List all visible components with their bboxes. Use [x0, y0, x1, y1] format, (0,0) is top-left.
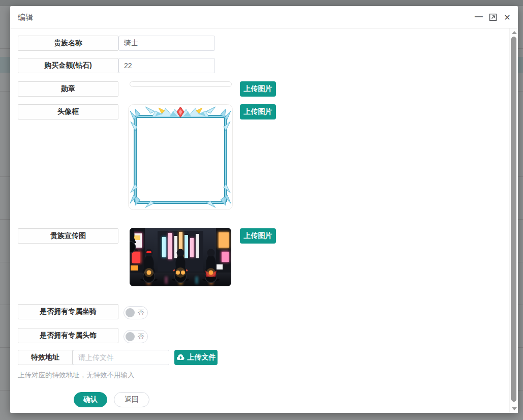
minimize-icon[interactable]: — [474, 13, 483, 22]
exclusive-mount-toggle[interactable]: 否 [124, 306, 148, 319]
effect-url-label: 特效地址 [18, 350, 73, 365]
dialog-title: 编辑 [18, 6, 33, 28]
scrollbar-thumb[interactable] [511, 37, 516, 402]
toggle-state-text: 否 [138, 331, 144, 343]
upload-file-button-label: 上传文件 [188, 353, 216, 362]
toggle-state-text: 否 [138, 307, 144, 319]
exclusive-headwear-toggle[interactable]: 否 [124, 330, 148, 343]
purchase-amount-label: 购买金额(钻石) [18, 58, 118, 73]
effect-url-input[interactable] [73, 350, 169, 365]
exclusive-mount-label: 是否拥有专属坐骑 [18, 304, 118, 319]
medal-label: 勋章 [18, 81, 118, 97]
noble-name-label: 贵族名称 [18, 36, 118, 51]
edit-dialog: 编辑 — ✕ 贵族名称 购买金额(钻石) 勋章 上传图片 头像框 [10, 6, 518, 413]
cloud-upload-icon [176, 354, 185, 361]
confirm-button[interactable]: 确认 [74, 392, 107, 407]
back-button[interactable]: 返回 [114, 392, 149, 407]
close-icon[interactable]: ✕ [503, 13, 512, 22]
scroll-down-icon[interactable] [512, 407, 517, 410]
promo-image-upload-button[interactable]: 上传图片 [240, 228, 276, 244]
avatar-frame-upload-button[interactable]: 上传图片 [240, 104, 276, 119]
noble-name-input[interactable] [118, 36, 215, 51]
toggle-knob [126, 332, 135, 341]
exclusive-headwear-label: 是否拥有专属头饰 [18, 328, 118, 343]
avatar-frame-label: 头像框 [18, 104, 118, 119]
medal-upload-button[interactable]: 上传图片 [240, 81, 276, 97]
effect-url-hint: 上传对应的特效地址，无特效不用输入 [18, 371, 135, 380]
effect-file-upload-button[interactable]: 上传文件 [174, 350, 218, 365]
dialog-header: 编辑 — ✕ [10, 6, 518, 28]
toggle-knob [126, 308, 135, 317]
purchase-amount-input[interactable] [118, 58, 215, 73]
background-topbar [0, 0, 523, 6]
promo-image-preview [130, 228, 231, 286]
promo-image-label: 贵族宣传图 [18, 228, 118, 244]
vertical-scrollbar[interactable] [509, 28, 518, 413]
scroll-up-icon[interactable] [512, 31, 517, 34]
medal-image-preview [130, 81, 232, 87]
fullscreen-icon[interactable] [488, 13, 498, 22]
avatar-frame-image-preview [128, 104, 233, 210]
